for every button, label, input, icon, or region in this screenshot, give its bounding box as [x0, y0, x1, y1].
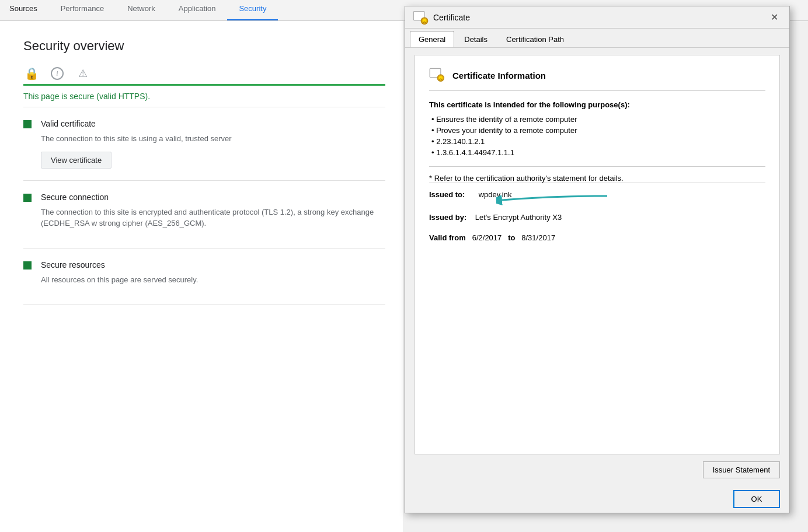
- cert-info-header: Certificate Information: [429, 67, 765, 91]
- cert-tab-cert-path[interactable]: Certification Path: [497, 31, 573, 47]
- cert-purpose-1: • Ensures the identity of a remote compu…: [429, 115, 765, 124]
- svg-point-7: [438, 76, 443, 80]
- secure-resources-section: Secure resources All resources on this p…: [23, 249, 385, 305]
- cert-info-panel: Certificate Information This certificate…: [415, 55, 780, 454]
- cert-tab-details[interactable]: Details: [455, 31, 496, 47]
- secure-conn-title: Secure connection: [41, 192, 109, 202]
- secure-connection-section: Secure connection The connection to this…: [23, 181, 385, 249]
- section-header-conn: Secure connection: [23, 192, 385, 202]
- green-square-icon: [23, 120, 32, 128]
- cert-note: * Refer to the certification authority's…: [429, 166, 765, 183]
- issuer-statement-button[interactable]: Issuer Statement: [703, 461, 780, 478]
- icon-row: 🔒 i ⚠: [23, 65, 385, 82]
- valid-to-label: to: [508, 233, 515, 242]
- valid-from-value: 6/2/2017: [472, 233, 502, 242]
- cert-footer: OK: [405, 485, 789, 513]
- status-bar: This page is secure (valid HTTPS).: [23, 84, 385, 107]
- cert-title-left: Certificate: [412, 9, 470, 26]
- valid-cert-desc: The connection to this site is using a v…: [41, 133, 385, 145]
- secure-res-title: Secure resources: [41, 260, 105, 270]
- cert-info-title: Certificate Information: [452, 71, 546, 80]
- green-square-icon-2: [23, 194, 32, 202]
- cert-details-grid: Issued to: wpdev.ink: [429, 183, 765, 242]
- tab-network[interactable]: Network: [116, 0, 167, 20]
- cert-purpose-4: • 1.3.6.1.4.1.44947.1.1.1: [429, 148, 765, 157]
- valid-cert-title: Valid certificate: [41, 119, 96, 128]
- tab-performance[interactable]: Performance: [49, 0, 116, 20]
- cert-purpose-2: • Proves your identity to a remote compu…: [429, 126, 765, 135]
- cert-issued-by-row: Issued by: Let's Encrypt Authority X3: [429, 213, 765, 222]
- cert-purposes-list: • Ensures the identity of a remote compu…: [429, 115, 765, 157]
- section-header-res: Secure resources: [23, 260, 385, 270]
- cert-dialog-title: Certificate: [433, 13, 470, 22]
- info-icon: i: [49, 65, 65, 82]
- valid-label: Valid from: [429, 233, 466, 242]
- issued-by-label: Issued by:: [429, 213, 466, 222]
- certificate-icon: [412, 9, 429, 26]
- valid-to-value: 8/31/2017: [521, 233, 555, 242]
- tab-application[interactable]: Application: [167, 0, 228, 20]
- cert-info-icon: [429, 67, 445, 83]
- certificate-dialog: Certificate ✕ General Details Certificat…: [405, 6, 790, 513]
- ok-button[interactable]: OK: [733, 490, 780, 508]
- secure-res-desc: All resources on this page are served se…: [41, 274, 385, 286]
- cert-titlebar: Certificate ✕: [405, 6, 789, 29]
- cert-valid-row: Valid from 6/2/2017 to 8/31/2017: [429, 233, 765, 242]
- cert-body: Certificate Information This certificate…: [405, 48, 789, 485]
- issued-to-label: Issued to:: [429, 190, 465, 199]
- warning-icon: ⚠: [75, 65, 91, 82]
- secure-conn-desc: The connection to this site is encrypted…: [41, 206, 385, 229]
- valid-certificate-section: Valid certificate The connection to this…: [23, 107, 385, 181]
- issuer-statement-row: Issuer Statement: [415, 461, 780, 478]
- teal-arrow: [496, 191, 613, 209]
- status-message: This page is secure (valid HTTPS).: [23, 86, 385, 107]
- issued-by-value: Let's Encrypt Authority X3: [475, 213, 562, 222]
- cert-tabs: General Details Certification Path: [405, 29, 789, 48]
- cert-purposes-title: This certificate is intended for the fol…: [429, 100, 765, 109]
- cert-tab-general[interactable]: General: [410, 31, 454, 47]
- green-square-icon-3: [23, 261, 32, 270]
- cert-issued-to-row: Issued to: wpdev.ink: [429, 183, 765, 199]
- section-header-cert: Valid certificate: [23, 119, 385, 128]
- tab-security[interactable]: Security: [227, 0, 278, 20]
- tab-sources[interactable]: Sources: [0, 0, 49, 20]
- close-button[interactable]: ✕: [766, 9, 782, 26]
- security-panel: Security overview 🔒 i ⚠ This page is sec…: [0, 21, 403, 532]
- lock-icon: 🔒: [23, 65, 40, 82]
- view-certificate-button[interactable]: View certificate: [41, 152, 112, 169]
- cert-purpose-3: • 2.23.140.1.2.1: [429, 137, 765, 146]
- page-title: Security overview: [23, 38, 385, 54]
